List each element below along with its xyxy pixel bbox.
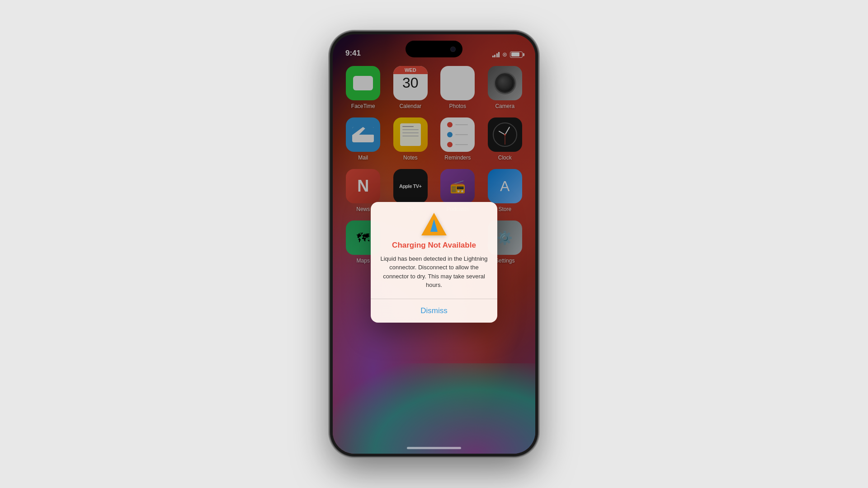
dismiss-button[interactable]: Dismiss [371, 299, 497, 323]
warning-triangle-icon [421, 213, 447, 235]
phone-screen: 9:41 ⊛ [333, 34, 535, 454]
alert-dialog: Charging Not Available Liquid has been d… [371, 202, 497, 323]
alert-icon-container [421, 213, 447, 235]
alert-title: Charging Not Available [392, 241, 476, 250]
phone-mockup: 9:41 ⊛ [330, 32, 538, 456]
power-button [538, 131, 540, 172]
alert-content: Charging Not Available Liquid has been d… [371, 202, 497, 299]
alert-message: Liquid has been detected in the Lightnin… [380, 254, 488, 290]
alert-backdrop: Charging Not Available Liquid has been d… [333, 34, 535, 454]
phone-frame: 9:41 ⊛ [330, 32, 538, 456]
home-indicator [407, 447, 461, 449]
